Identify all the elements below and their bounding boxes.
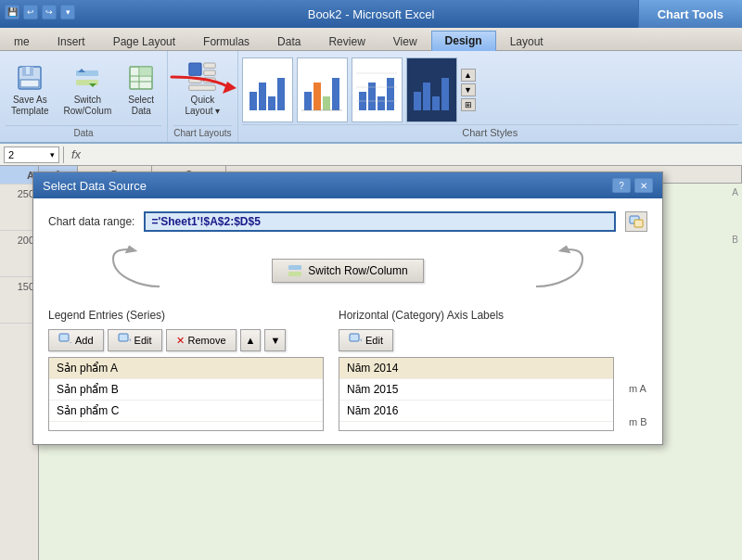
chart-styles-group-label: Chart Styles [242, 124, 738, 138]
axis-side-labels: m A m B [629, 309, 647, 431]
legend-edit-label: Edit [134, 335, 152, 346]
add-icon: + [58, 333, 71, 348]
chart-style-4-btn[interactable] [406, 57, 457, 122]
style-scroll-up-btn[interactable]: ▲ [461, 69, 476, 82]
axis-panel: Horizontal (Category) Axis Labels ✎ Edit… [339, 309, 614, 431]
switch-row-col-label: SwitchRow/Colum [64, 95, 112, 117]
legend-item-0[interactable]: Sản phẩm A [49, 358, 323, 379]
svg-rect-3 [26, 67, 30, 74]
chart-tools-label: Chart Tools [638, 0, 742, 28]
redo-btn[interactable]: ↪ [42, 5, 57, 19]
window-title: Book2 - Microsoft Excel [0, 7, 742, 21]
tab-layout[interactable]: Layout [496, 31, 557, 51]
left-curved-arrow [104, 245, 215, 291]
switch-row-column-btn[interactable]: Switch Row/Column [272, 259, 423, 283]
legend-item-1[interactable]: Sản phẩm B [49, 379, 323, 401]
svg-marker-11 [223, 82, 237, 94]
dialog-help-btn[interactable]: ? [612, 178, 631, 193]
legend-panel-title: Legend Entries (Series) [48, 309, 324, 322]
right-curved-arrow [480, 245, 592, 291]
axis-item-1[interactable]: Năm 2015 [339, 379, 613, 401]
switch-row-column-btn[interactable]: SwitchRow/Colum [58, 59, 118, 121]
axis-edit-icon: ✎ [349, 333, 362, 348]
axis-item-2[interactable]: Năm 2016 [339, 401, 613, 422]
legend-panel-buttons: + Add ✎ Edit ✕ Remove [48, 329, 324, 351]
chart-style-1-btn[interactable] [242, 57, 293, 122]
svg-rect-47 [119, 334, 128, 341]
save-as-template-icon [15, 63, 45, 93]
svg-rect-40 [634, 220, 643, 227]
legend-down-btn[interactable]: ▼ [264, 329, 286, 351]
tab-insert[interactable]: Insert [44, 31, 99, 51]
data-range-collapse-btn[interactable] [625, 211, 647, 232]
svg-rect-45 [59, 334, 69, 341]
axis-side-label-a: m A [629, 383, 647, 394]
svg-rect-21 [277, 78, 285, 110]
tab-data[interactable]: Data [263, 31, 314, 51]
tab-design[interactable]: Design [431, 31, 496, 51]
svg-rect-28 [368, 83, 376, 110]
svg-rect-25 [332, 78, 339, 110]
svg-rect-37 [432, 96, 440, 110]
axis-panel-buttons: ✎ Edit [339, 329, 614, 351]
arrow-overlay [162, 58, 246, 105]
legend-remove-label: Remove [188, 335, 226, 346]
chart-layouts-label: Chart Layouts [173, 125, 231, 138]
legend-panel: Legend Entries (Series) + Add ✎ [48, 309, 324, 431]
svg-rect-36 [423, 83, 430, 110]
legend-item-2[interactable]: Sản phẩm C [49, 401, 323, 422]
formula-input[interactable] [88, 146, 738, 163]
legend-up-btn[interactable]: ▲ [240, 329, 262, 351]
axis-list: Năm 2014 Năm 2015 Năm 2016 [339, 357, 614, 431]
svg-rect-30 [387, 78, 394, 110]
axis-edit-btn[interactable]: ✎ Edit [339, 329, 393, 351]
svg-text:✎: ✎ [360, 337, 362, 346]
svg-text:+: + [70, 338, 71, 346]
name-box[interactable]: 2 ▾ [4, 146, 59, 163]
chart-style-2-btn[interactable] [297, 57, 348, 122]
legend-list: Sản phẩm A Sản phẩm B Sản phẩm C [48, 357, 324, 431]
title-bar: 💾 ↩ ↪ ▾ Book2 - Microsoft Excel Chart To… [0, 0, 742, 28]
style-expand-btn[interactable]: ⊞ [461, 98, 476, 111]
tab-me[interactable]: me [0, 31, 44, 51]
chart-style-3-btn[interactable] [352, 57, 403, 122]
select-data-btn[interactable]: SelectData [121, 59, 161, 121]
tab-formulas[interactable]: Formulas [189, 31, 263, 51]
quick-access-toolbar[interactable]: 💾 ↩ ↪ ▾ [5, 5, 75, 19]
tab-page-layout[interactable]: Page Layout [99, 31, 189, 51]
legend-remove-btn[interactable]: ✕ Remove [166, 329, 237, 351]
axis-panel-title: Horizontal (Category) Axis Labels [339, 309, 614, 322]
data-range-label: Chart data range: [48, 215, 134, 228]
dialog-close-btn[interactable]: ✕ [634, 178, 653, 193]
dropdown-btn[interactable]: ▾ [60, 5, 75, 19]
formula-bar: 2 ▾ fx [0, 144, 742, 166]
data-group-content: Save AsTemplate SwitchRow/Colum [6, 55, 161, 125]
ribbon: Save AsTemplate SwitchRow/Colum [0, 51, 742, 144]
tab-review[interactable]: Review [314, 31, 378, 51]
save-quick-btn[interactable]: 💾 [5, 5, 19, 19]
undo-btn[interactable]: ↩ [23, 5, 38, 19]
style-scroll-down-btn[interactable]: ▼ [461, 83, 476, 96]
save-as-template-label: Save AsTemplate [11, 95, 49, 117]
svg-text:✎: ✎ [129, 337, 131, 346]
svg-rect-23 [313, 83, 321, 110]
ribbon-tabs: me Insert Page Layout Formulas Data Revi… [0, 28, 742, 51]
svg-rect-43 [288, 272, 301, 276]
legend-edit-btn[interactable]: ✎ Edit [108, 329, 162, 351]
dialog-body: Chart data range: [33, 198, 662, 444]
axis-item-0[interactable]: Năm 2014 [339, 358, 613, 379]
remove-icon: ✕ [176, 335, 185, 347]
legend-add-label: Add [75, 335, 94, 346]
select-data-source-dialog: Select Data Source ? ✕ Chart data range: [32, 172, 663, 445]
dialog-title-buttons: ? ✕ [612, 178, 653, 193]
select-data-label: SelectData [128, 95, 154, 117]
switch-btn-label: Switch Row/Column [308, 264, 407, 277]
legend-add-btn[interactable]: + Add [48, 329, 104, 351]
svg-rect-35 [414, 92, 421, 110]
data-range-input[interactable] [144, 211, 616, 232]
tab-view[interactable]: View [379, 31, 431, 51]
right-label-b: B [732, 235, 738, 245]
save-as-template-btn[interactable]: Save AsTemplate [6, 59, 55, 121]
svg-rect-18 [249, 92, 257, 110]
switch-area: Switch Row/Column [48, 245, 647, 296]
